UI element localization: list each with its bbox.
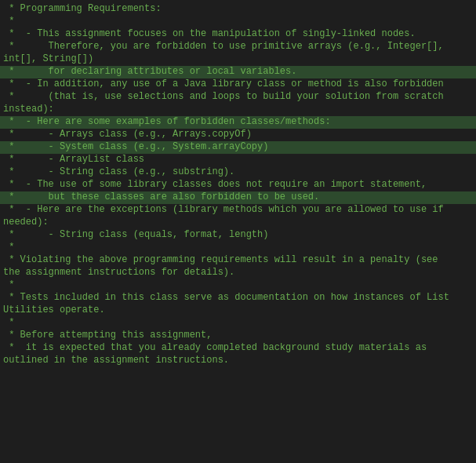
code-line: * - ArrayList class [0,154,476,166]
code-line: needed): [0,217,476,229]
code-line: int[], String[]) [0,53,476,66]
code-line: * [0,317,476,330]
code-line: * - In addition, any use of a Java libra… [0,78,476,91]
code-line: * - String class (e.g., substring). [0,166,476,179]
comment-text: * but these classes are also forbidden t… [3,191,319,202]
code-line: * Tests included in this class serve as … [0,292,476,304]
code-line: * - Arrays class (e.g., Arrays.copyOf) [0,129,476,141]
comment-text: * - String class (equals, format, length… [3,229,268,240]
code-line: * Before attempting this assignment, [0,330,476,342]
code-line: * Violating the above programming requir… [0,254,476,267]
code-line: * [0,16,476,28]
comment-text: the assignment instructions for details)… [3,267,234,278]
comment-text: * it is expected that you already comple… [3,342,427,353]
code-line: Utilities operate. [0,304,476,317]
comment-text: * [3,16,14,27]
comment-text: * - In addition, any use of a Java libra… [3,78,444,89]
comment-text: * - Here are some examples of forbidden … [3,116,331,127]
code-line: * - Here are the exceptions (library met… [0,204,476,217]
code-line: * - System class (e.g., System.arrayCopy… [0,141,476,154]
code-line: * [0,242,476,254]
comment-text: * - The use of some library classes does… [3,179,427,190]
comment-text: * - String class (e.g., substring). [3,166,234,177]
comment-text: * Therefore, you are forbidden to use pr… [3,41,444,52]
comment-text: Utilities operate. [3,304,105,315]
code-line: * Therefore, you are forbidden to use pr… [0,41,476,53]
comment-text: * Tests included in this class serve as … [3,292,449,303]
code-line: * - This assignment focuses on the manip… [0,28,476,41]
comment-text: * (that is, use selections and loops to … [3,91,444,102]
comment-text: * for declaring attributes or local vari… [3,66,296,77]
code-line: * - The use of some library classes does… [0,179,476,191]
comment-text: * [3,279,14,290]
code-line: instead): [0,104,476,116]
code-line: * [0,279,476,292]
code-line: outlined in the assignment instructions. [0,355,476,367]
comment-text: * Violating the above programming requir… [3,254,438,265]
code-block: * Programming Requirements: * * - This a… [0,0,476,370]
comment-text: instead): [3,104,54,115]
comment-text: outlined in the assignment instructions. [3,355,229,366]
code-line: * Programming Requirements: [0,3,476,16]
comment-text: needed): [3,217,49,228]
code-line: * (that is, use selections and loops to … [0,91,476,104]
comment-text: * - ArrayList class [3,154,144,165]
comment-text: * Before attempting this assignment, [3,330,212,341]
code-line: * for declaring attributes or local vari… [0,66,476,78]
comment-text: * [3,317,14,328]
comment-text: * - Here are the exceptions (library met… [3,204,444,215]
comment-text: * - Arrays class (e.g., Arrays.copyOf) [3,129,252,140]
code-line: * but these classes are also forbidden t… [0,191,476,204]
comment-text: * [3,242,14,253]
code-line: * it is expected that you already comple… [0,342,476,355]
comment-text: * - System class (e.g., System.arrayCopy… [3,141,268,152]
code-line: the assignment instructions for details)… [0,267,476,279]
code-line: * - Here are some examples of forbidden … [0,116,476,129]
comment-text: int[], String[]) [3,53,93,64]
code-line: * - String class (equals, format, length… [0,229,476,242]
comment-text: * Programming Requirements: [3,3,162,14]
comment-text: * - This assignment focuses on the manip… [3,28,416,39]
